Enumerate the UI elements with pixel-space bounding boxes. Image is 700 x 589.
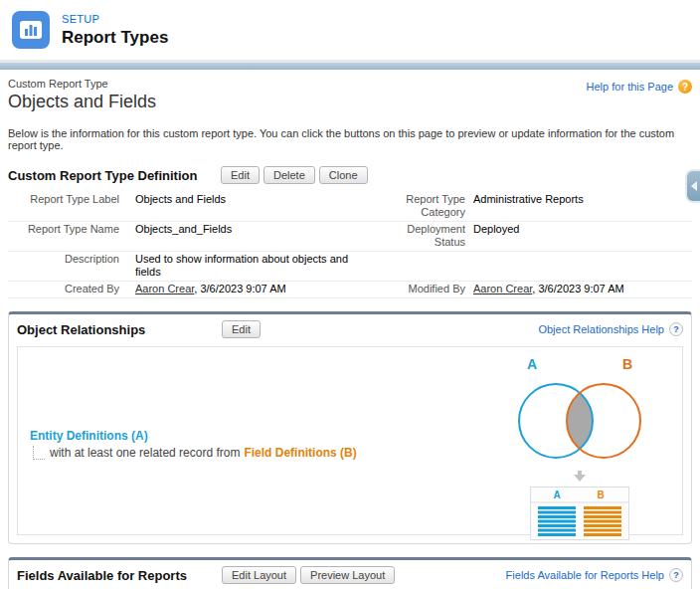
table-col-b-label: B [597,490,604,500]
definition-row: Report Type Label Objects and Fields Rep… [8,192,692,222]
expand-sidebar-tab[interactable] [685,169,700,203]
field-label: Modified By [374,283,473,295]
table-col-a-label: A [553,490,560,500]
tree-connector-icon [33,446,45,460]
field-label: Deployment Status [374,223,473,249]
entity-b-link[interactable]: Field Definitions (B) [244,446,356,460]
object-relationships-section: Object Relationships Edit Object Relatio… [8,311,692,544]
field-value: Objects_and_Fields [135,223,374,249]
question-mark-icon[interactable]: ? [669,568,683,582]
created-by-user-link[interactable]: Aaron Crear [135,283,194,294]
field-value: Aaron Crear, 3/6/2023 9:07 AM [473,283,692,295]
result-table-icon: A B [530,487,629,540]
fields-available-section: Fields Available for Reports Edit Layout… [8,557,692,589]
bar-chart-icon [12,11,50,49]
entity-a-link[interactable]: Entity Definitions (A) [30,429,148,443]
field-value: Deployed [473,223,692,249]
venn-label-a: A [527,356,537,372]
arrow-down-icon [574,471,586,482]
field-value: Used to show information about objects a… [135,253,374,279]
modified-date: , 3/6/2023 9:07 AM [532,283,623,294]
modified-by-user-link[interactable]: Aaron Crear [473,283,532,294]
edit-relationships-button[interactable]: Edit [222,320,261,338]
delete-button[interactable]: Delete [263,166,315,184]
relationships-canvas: Entity Definitions (A) with at least one… [17,346,683,535]
question-mark-icon[interactable]: ? [669,322,683,336]
edit-button[interactable]: Edit [221,166,260,184]
setup-eyebrow[interactable]: SETUP [62,13,168,25]
chevron-left-icon [691,181,697,191]
global-header: SETUP Report Types [0,0,700,60]
page-header-title: Report Types [62,28,168,48]
definition-row: Report Type Name Objects_and_Fields Depl… [8,222,692,252]
field-value: Administrative Reports [473,193,692,219]
field-label: Created By [8,283,135,295]
preview-layout-button[interactable]: Preview Layout [300,566,395,584]
venn-label-b: B [622,356,632,372]
field-label: Report Type Name [8,223,135,249]
question-mark-icon[interactable]: ? [678,80,692,94]
field-value [473,253,692,279]
help-for-this-page-link[interactable]: Help for this Page [587,81,673,93]
field-label: Report Type Label [8,193,135,219]
object-relationships-help-link[interactable]: Object Relationships Help [538,323,664,335]
definition-row: Created By Aaron Crear, 3/6/2023 9:07 AM… [8,282,692,298]
field-value: Aaron Crear, 3/6/2023 9:07 AM [135,283,374,295]
header-divider-band [0,60,700,70]
field-label: Description [8,253,135,279]
field-value: Objects and Fields [135,193,374,219]
relationship-line: with at least one related record from Fi… [33,446,357,460]
definition-section: Custom Report Type Definition Edit Delet… [8,166,692,298]
fields-available-help-link[interactable]: Fields Available for Reports Help [506,569,664,581]
created-date: , 3/6/2023 9:07 AM [194,283,285,294]
fields-available-title: Fields Available for Reports [17,568,222,583]
intro-text: Below is the information for this custom… [8,127,692,151]
relationship-text: with at least one related record from [50,446,240,460]
venn-diagram-icon: A B [505,355,654,467]
page-head: Custom Report Type Objects and Fields He… [8,78,692,112]
definition-row: Description Used to show information abo… [8,252,692,282]
field-label [374,253,473,279]
field-label: Report Type Category [374,193,473,219]
venn-diagram-graphic: A B A B [505,355,654,540]
object-relationships-title: Object Relationships [17,322,222,337]
clone-button[interactable]: Clone [319,166,368,184]
page-title: Objects and Fields [8,92,692,112]
definition-section-title: Custom Report Type Definition [8,168,221,183]
edit-layout-button[interactable]: Edit Layout [222,566,296,584]
